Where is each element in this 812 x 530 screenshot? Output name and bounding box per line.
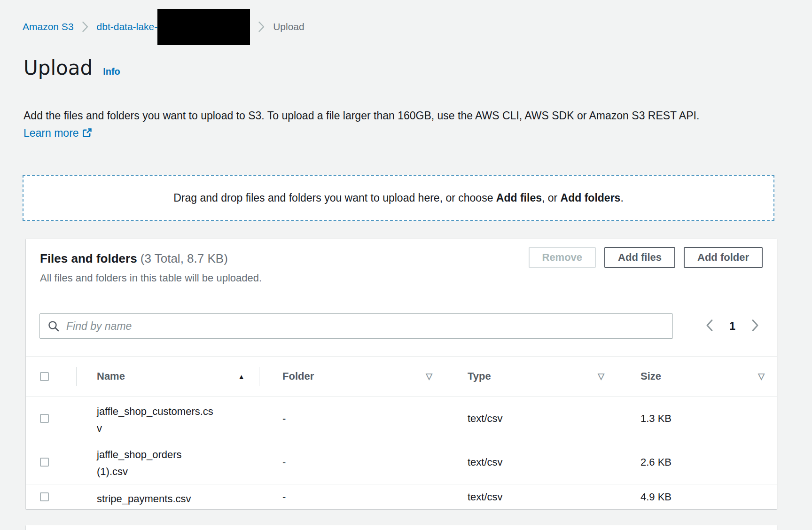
s3-upload-page: Amazon S3 dbt-data-lake- Upload Upload I…	[0, 0, 812, 530]
file-type: text/csv	[449, 397, 621, 440]
info-link[interactable]: Info	[103, 66, 120, 77]
search-input[interactable]	[65, 320, 672, 333]
column-header-type[interactable]: Type ▽	[449, 357, 621, 396]
panel-title: Files and folders	[40, 251, 137, 265]
chevron-right-icon	[751, 319, 759, 333]
panel-description: All files and folders in this table will…	[40, 272, 262, 284]
current-page[interactable]: 1	[729, 320, 735, 333]
search-box	[39, 313, 673, 339]
file-size: 4.9 KB	[621, 484, 777, 509]
file-name: jaffle_shop_customers.csv	[97, 403, 215, 437]
remove-button[interactable]: Remove	[529, 247, 596, 268]
dropzone[interactable]: Drag and drop files and folders you want…	[23, 175, 774, 221]
search-icon	[47, 320, 60, 332]
file-name: stripe_payments.csv	[97, 491, 215, 507]
file-folder: -	[259, 484, 449, 509]
row-checkbox[interactable]	[40, 414, 49, 423]
breadcrumb-current: Upload	[273, 21, 304, 32]
redacted-bucket-name	[157, 9, 250, 45]
next-page-button[interactable]	[751, 319, 759, 333]
learn-more-link[interactable]: Learn more	[23, 127, 92, 139]
pagination: 1	[706, 313, 759, 339]
table-row: stripe_payments.csv - text/csv 4.9 KB	[26, 484, 777, 509]
column-header-folder[interactable]: Folder ▽	[259, 357, 449, 396]
panel-heading: Files and folders (3 Total, 8.7 KB) All …	[40, 251, 262, 284]
sort-icon[interactable]: ▽	[426, 371, 432, 382]
file-name: jaffle_shop_orders (1).csv	[97, 446, 215, 480]
sort-icon[interactable]: ▽	[758, 371, 765, 382]
table-row: jaffle_shop_customers.csv - text/csv 1.3…	[26, 397, 777, 440]
dropzone-add-files-label: Add files	[496, 192, 542, 204]
add-files-button[interactable]: Add files	[604, 247, 675, 268]
file-folder: -	[259, 440, 449, 484]
files-panel: Files and folders (3 Total, 8.7 KB) All …	[26, 239, 777, 509]
intro-text: Add the files and folders you want to up…	[23, 107, 706, 143]
table-row: jaffle_shop_orders (1).csv - text/csv 2.…	[26, 440, 777, 484]
select-all-checkbox[interactable]	[40, 372, 49, 381]
add-folder-button[interactable]: Add folder	[684, 247, 763, 268]
sort-ascending-icon[interactable]: ▲	[238, 373, 245, 381]
breadcrumb-chevron-icon	[82, 21, 88, 32]
file-type: text/csv	[449, 440, 621, 484]
page-title: Upload	[23, 56, 93, 79]
table-header: Name ▲ Folder ▽ Type ▽ Size ▽	[26, 356, 777, 397]
column-header-name[interactable]: Name ▲	[76, 357, 259, 396]
sort-icon[interactable]: ▽	[598, 371, 604, 382]
column-header-size[interactable]: Size ▽	[621, 357, 777, 396]
title-row: Upload Info	[23, 56, 120, 79]
breadcrumb: Amazon S3 dbt-data-lake- Upload	[23, 8, 304, 45]
file-folder: -	[259, 397, 449, 440]
previous-page-button[interactable]	[706, 319, 713, 333]
chevron-left-icon	[706, 319, 713, 333]
breadcrumb-link-bucket[interactable]: dbt-data-lake-	[97, 21, 158, 32]
next-section-panel	[26, 525, 777, 530]
dropzone-add-folders-label: Add folders	[561, 192, 621, 204]
intro-sentence: Add the files and folders you want to up…	[23, 109, 699, 122]
file-size: 1.3 KB	[621, 397, 777, 440]
breadcrumb-chevron-icon	[258, 21, 265, 32]
row-checkbox[interactable]	[40, 458, 49, 467]
file-type: text/csv	[449, 484, 621, 509]
file-size: 2.6 KB	[621, 440, 777, 484]
row-checkbox[interactable]	[40, 492, 49, 501]
breadcrumb-bucket: dbt-data-lake-	[97, 9, 250, 45]
dropzone-text: Drag and drop files and folders you want…	[173, 192, 624, 204]
external-link-icon	[82, 128, 92, 140]
panel-counter: (3 Total, 8.7 KB)	[141, 251, 228, 265]
breadcrumb-link-amazon-s3[interactable]: Amazon S3	[23, 21, 74, 32]
panel-actions: Remove Add files Add folder	[529, 247, 763, 268]
